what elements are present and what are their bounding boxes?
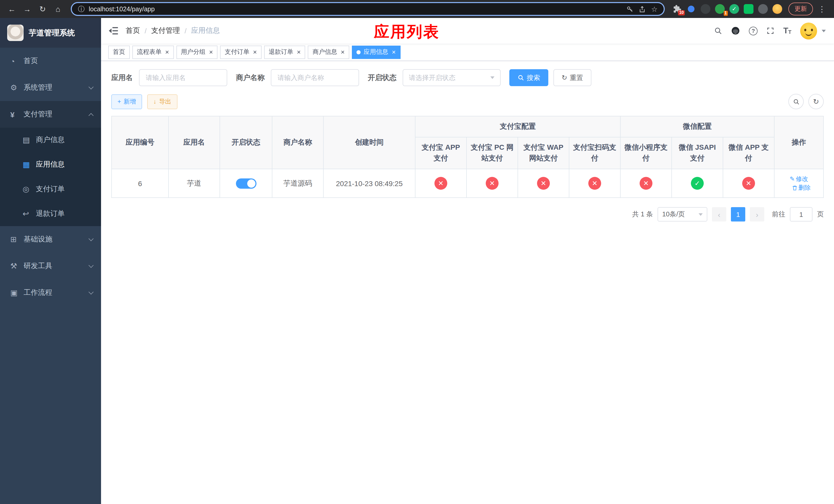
alipay-app-status-icon: ✕ — [435, 177, 447, 190]
extensions-cluster: 10 1 ✓ — [671, 4, 784, 14]
sidebar-item-label: 系统管理 — [24, 83, 52, 92]
plus-icon: + — [117, 98, 121, 105]
browser-home-icon[interactable]: ⌂ — [51, 2, 65, 16]
page-size-select[interactable]: 10条/页 — [658, 207, 707, 222]
github-icon[interactable] — [731, 26, 740, 36]
next-page-button[interactable]: › — [750, 207, 764, 222]
col-header-actions: 操作 — [774, 116, 824, 169]
tab-refund-order[interactable]: 退款订单 × — [264, 45, 305, 59]
extensions-puzzle-icon[interactable]: 10 — [673, 5, 682, 13]
wechat-mini-status-icon: ✕ — [640, 177, 653, 190]
sidebar-item-refund-order[interactable]: ↩ 退款订单 — [0, 202, 101, 226]
extension-icon[interactable] — [758, 4, 768, 14]
sidebar-item-app-info[interactable]: ▦ 应用信息 — [0, 152, 101, 177]
sidebar-fold-icon[interactable] — [101, 27, 126, 35]
col-header-created: 创建时间 — [323, 116, 415, 169]
font-size-icon[interactable]: TT — [783, 27, 791, 35]
site-info-icon[interactable]: ⓘ — [78, 4, 85, 14]
sidebar-item-pay-order[interactable]: ◎ 支付订单 — [0, 177, 101, 202]
tab-app-info[interactable]: 应用信息 × — [352, 45, 400, 59]
password-key-icon[interactable] — [627, 5, 634, 13]
breadcrumb-home[interactable]: 首页 — [126, 26, 140, 36]
tab-close-icon[interactable]: × — [253, 49, 257, 55]
tab-label: 流程表单 — [137, 48, 161, 56]
sidebar-item-label: 支付管理 — [24, 110, 52, 119]
tab-pay-order[interactable]: 支付订单 × — [220, 45, 261, 59]
cell-merchant: 芋道源码 — [272, 169, 323, 198]
help-icon[interactable]: ? — [749, 26, 758, 35]
tab-label: 用户分组 — [181, 48, 205, 56]
sidebar-item-label: 研发工具 — [24, 261, 52, 271]
refund-icon: ↩ — [23, 209, 36, 219]
col-group-wechat: 微信配置 — [620, 116, 774, 137]
merchant-name-input[interactable] — [271, 69, 359, 86]
avatar-caret-icon[interactable] — [822, 29, 826, 32]
browser-menu-icon[interactable]: ⋮ — [815, 4, 829, 14]
search-form: 应用名 商户名称 开启状态 请选择开启状态 — [111, 69, 824, 86]
extension-icon[interactable] — [744, 4, 753, 14]
fullscreen-icon[interactable] — [766, 27, 774, 35]
share-icon[interactable] — [639, 5, 646, 13]
tab-home[interactable]: 首页 — [108, 45, 130, 59]
sidebar-item-workflow[interactable]: ▣ 工作流程 — [0, 279, 101, 306]
edit-link[interactable]: ✎ 修改 — [790, 175, 808, 184]
user-avatar[interactable] — [800, 22, 817, 39]
breadcrumb-payment[interactable]: 支付管理 — [151, 26, 180, 36]
tab-close-icon[interactable]: × — [392, 49, 396, 55]
sidebar-item-dev-tools[interactable]: ⚒ 研发工具 — [0, 253, 101, 279]
tab-close-icon[interactable]: × — [165, 49, 169, 55]
bank-card-icon: ▤ — [23, 135, 36, 144]
address-bar[interactable]: ⓘ localhost:1024/pay/app ☆ — [71, 2, 665, 16]
status-toggle[interactable] — [236, 178, 256, 188]
tab-user-group[interactable]: 用户分组 × — [176, 45, 218, 59]
total-count: 共 1 条 — [632, 210, 653, 219]
search-icon[interactable] — [714, 27, 722, 35]
tab-close-icon[interactable]: × — [209, 49, 213, 55]
extension-icon[interactable]: 1 — [715, 4, 725, 14]
tags-view: 首页 流程表单 × 用户分组 × 支付订单 × 退款订单 × — [101, 44, 834, 61]
tab-close-icon[interactable]: × — [341, 49, 345, 55]
reset-button[interactable]: ↻ 重置 — [553, 69, 591, 86]
cell-created: 2021-10-23 08:49:25 — [323, 169, 415, 198]
status-select[interactable]: 请选择开启状态 — [403, 69, 501, 86]
page-number-1[interactable]: 1 — [731, 207, 745, 222]
browser-reload-icon[interactable]: ↻ — [36, 2, 49, 16]
dashboard-icon: ◔ — [10, 56, 24, 65]
add-button[interactable]: + 新增 — [111, 94, 142, 109]
delete-link[interactable]: 删除 — [792, 184, 811, 192]
extension-icon[interactable]: ✓ — [729, 4, 739, 14]
browser-forward-icon[interactable]: → — [21, 2, 34, 16]
sidebar-item-payment[interactable]: ¥ 支付管理 — [0, 101, 101, 128]
cell-status — [220, 169, 272, 198]
prev-page-button[interactable]: ‹ — [712, 207, 726, 222]
refresh-table-button[interactable]: ↻ — [808, 94, 824, 109]
tab-label: 商户信息 — [313, 48, 337, 56]
infrastructure-icon: ⊞ — [10, 235, 24, 244]
extension-icon[interactable] — [701, 4, 710, 14]
sidebar-item-merchant-info[interactable]: ▤ 商户信息 — [0, 128, 101, 152]
profile-avatar-icon[interactable] — [772, 4, 782, 14]
tab-merchant-info[interactable]: 商户信息 × — [308, 45, 349, 59]
chevron-down-icon — [88, 84, 94, 90]
browser-toolbar: ← → ↻ ⌂ ⓘ localhost:1024/pay/app ☆ — [0, 0, 834, 18]
url-text[interactable]: localhost:1024/pay/app — [89, 5, 622, 13]
sidebar-item-system[interactable]: ⚙ 系统管理 — [0, 74, 101, 101]
browser-back-icon[interactable]: ← — [5, 2, 19, 16]
search-icon — [518, 74, 524, 81]
tab-close-icon[interactable]: × — [297, 49, 301, 55]
tab-process-form[interactable]: 流程表单 × — [132, 45, 174, 59]
yen-icon: ¥ — [10, 110, 24, 119]
app-name-input[interactable] — [139, 69, 227, 86]
chevron-down-icon — [88, 263, 94, 268]
sidebar-item-home[interactable]: ◔ 首页 — [0, 48, 101, 74]
extension-icon[interactable] — [688, 6, 695, 12]
browser-update-button[interactable]: 更新 — [788, 3, 813, 15]
toggle-search-button[interactable] — [788, 94, 804, 109]
bookmark-star-icon[interactable]: ☆ — [651, 5, 658, 13]
sidebar-item-infrastructure[interactable]: ⊞ 基础设施 — [0, 226, 101, 253]
download-icon: ↓ — [153, 98, 156, 105]
search-button[interactable]: 搜索 — [509, 69, 548, 86]
goto-page-input[interactable] — [790, 207, 812, 222]
workflow-icon: ▣ — [10, 288, 24, 297]
export-button[interactable]: ↓ 导出 — [147, 94, 177, 109]
